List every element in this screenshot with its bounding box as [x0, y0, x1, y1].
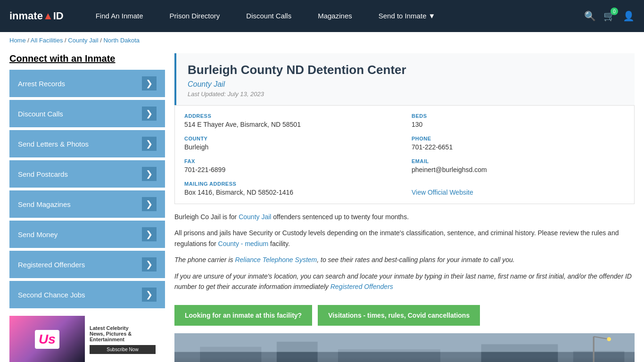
sidebar-arrest-records[interactable]: Arrest Records ❯	[9, 70, 165, 97]
arrow-icon: ❯	[142, 288, 157, 302]
site-header: inmate ▲ ID Find An Inmate Prison Direct…	[0, 0, 644, 32]
facility-last-updated: Last Updated: July 13, 2023	[188, 90, 623, 98]
arrow-icon: ❯	[142, 227, 157, 241]
connect-title: Connect with an Inmate	[9, 53, 165, 64]
cart-badge: 0	[611, 8, 618, 15]
arrow-icon: ❯	[142, 137, 157, 151]
arrow-icon: ❯	[142, 76, 157, 90]
ad-headline: Latest CelebrityNews, Pictures &Entertai…	[90, 325, 156, 342]
nav-find-inmate[interactable]: Find An Inmate	[83, 0, 157, 32]
dropdown-arrow-icon: ▼	[428, 0, 435, 32]
sidebar-second-chance-jobs[interactable]: Second Chance Jobs ❯	[9, 281, 165, 308]
arrow-icon: ❯	[142, 257, 157, 272]
description-p1: Burleigh Co Jail is for County Jail offe…	[174, 212, 635, 222]
facility-title: Burleigh County ND Detention Center	[188, 63, 623, 77]
visitations-button[interactable]: Visitations - times, rules, Covid cancel…	[318, 305, 480, 326]
info-county: COUNTY Burleigh	[184, 136, 397, 151]
info-address: ADDRESS 514 E Thayer Ave, Bismarck, ND 5…	[184, 113, 397, 128]
nav-send-to-inmate[interactable]: Send to Inmate ▼	[365, 0, 449, 32]
arrow-icon: ❯	[142, 107, 157, 121]
sidebar-send-postcards[interactable]: Send Postcards ❯	[9, 160, 165, 188]
info-fax: FAX 701-221-6899	[184, 158, 397, 173]
facility-info-grid: ADDRESS 514 E Thayer Ave, Bismarck, ND 5…	[175, 106, 634, 204]
county-medium-link[interactable]: County - medium	[218, 240, 269, 247]
reliance-telephone-link[interactable]: Reliance Telephone System	[235, 256, 317, 263]
user-icon[interactable]: 👤	[623, 10, 635, 22]
county-jail-link[interactable]: County Jail	[239, 213, 271, 221]
description-p2: All prisons and jails have Security or C…	[174, 228, 635, 249]
nav-prison-directory[interactable]: Prison Directory	[157, 0, 233, 32]
facility-image	[174, 333, 635, 362]
search-icon[interactable]: 🔍	[584, 10, 596, 22]
svg-point-10	[607, 337, 611, 341]
sidebar-send-letters[interactable]: Send Letters & Photos ❯	[9, 130, 165, 157]
facility-info-section: ADDRESS 514 E Thayer Ave, Bismarck, ND 5…	[174, 105, 635, 204]
action-buttons: Looking for an inmate at this facility? …	[174, 305, 635, 326]
arrow-icon: ❯	[142, 197, 157, 211]
ad-subscribe-button[interactable]: Subscribe Now	[90, 345, 156, 354]
breadcrumb: Home / All Facilities / County Jail / No…	[0, 32, 644, 49]
facility-header: Burleigh County ND Detention Center Coun…	[174, 53, 635, 105]
registered-offenders-link[interactable]: Registered Offenders	[330, 283, 393, 290]
header-icons: 🔍 🛒 0 👤	[584, 10, 635, 22]
main-layout: Connect with an Inmate Arrest Records ❯ …	[0, 49, 644, 362]
description-p4: If you are unsure of your inmate's locat…	[174, 271, 635, 292]
sidebar: Connect with an Inmate Arrest Records ❯ …	[9, 53, 165, 362]
sidebar-registered-offenders[interactable]: Registered Offenders ❯	[9, 251, 165, 278]
description-p3: The phone carrier is Reliance Telephone …	[174, 255, 635, 265]
info-website: WEBSITE View Official Website	[412, 181, 625, 196]
nav-magazines[interactable]: Magazines	[305, 0, 365, 32]
ad-logo: Us	[35, 330, 59, 349]
logo[interactable]: inmate ▲ ID	[9, 10, 64, 22]
image-overlay	[174, 357, 635, 362]
nav-discount-calls[interactable]: Discount Calls	[233, 0, 305, 32]
info-mailing-address: MAILING ADDRESS Box 1416, Bismarck, ND 5…	[184, 181, 397, 196]
sidebar-send-magazines[interactable]: Send Magazines ❯	[9, 190, 165, 218]
find-inmate-button[interactable]: Looking for an inmate at this facility?	[174, 305, 312, 326]
sidebar-discount-calls[interactable]: Discount Calls ❯	[9, 100, 165, 127]
svg-rect-7	[174, 333, 635, 352]
breadcrumb-home[interactable]: Home	[9, 37, 26, 44]
cart-icon[interactable]: 🛒 0	[603, 10, 615, 22]
info-phone: PHONE 701-222-6651	[412, 136, 625, 151]
official-website-link[interactable]: View Official Website	[412, 189, 473, 196]
breadcrumb-north-dakota[interactable]: North Dakota	[103, 37, 140, 44]
main-content: Burleigh County ND Detention Center Coun…	[174, 53, 635, 362]
arrow-icon: ❯	[142, 167, 157, 181]
breadcrumb-county-jail[interactable]: County Jail	[68, 37, 98, 44]
sidebar-advertisement[interactable]: Us Latest CelebrityNews, Pictures &Enter…	[9, 316, 160, 362]
facility-description: Burleigh Co Jail is for County Jail offe…	[174, 212, 635, 305]
main-nav: Find An Inmate Prison Directory Discount…	[83, 0, 584, 32]
info-email: EMAIL pheinert@burleighsd.com	[412, 158, 625, 173]
breadcrumb-all-facilities[interactable]: All Facilities	[31, 37, 63, 44]
sidebar-send-money[interactable]: Send Money ❯	[9, 221, 165, 248]
info-beds: BEDS 130	[412, 113, 625, 128]
ad-image: Us	[9, 316, 85, 362]
sidebar-menu: Arrest Records ❯ Discount Calls ❯ Send L…	[9, 70, 165, 308]
facility-type: County Jail	[188, 80, 623, 89]
